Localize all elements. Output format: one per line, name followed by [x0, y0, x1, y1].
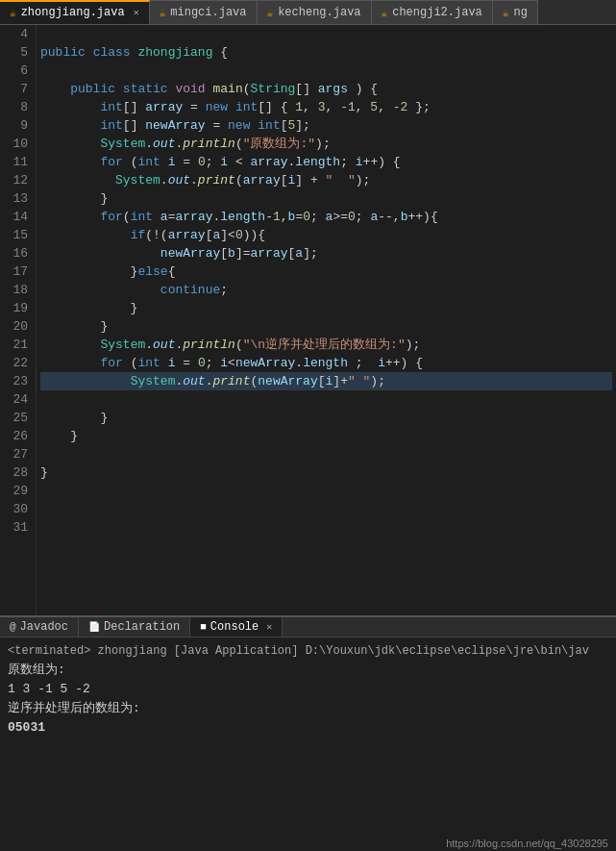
code-line-30 — [40, 500, 612, 518]
code-line-25: } — [40, 409, 612, 427]
code-line-11: for (int i = 0; i < array.length; i++) { — [40, 153, 612, 171]
console-label: Console — [210, 620, 259, 634]
tab-ng[interactable]: ☕ ng — [493, 0, 538, 24]
tab-declaration[interactable]: 📄 Declaration — [79, 617, 190, 637]
javadoc-label: Javadoc — [20, 620, 68, 634]
code-line-28: } — [40, 463, 612, 482]
code-line-23: System.out.print(newArray[i]+" "); — [40, 372, 612, 390]
code-line-18: continue; — [40, 281, 612, 299]
code-line-10: System.out.println("原数组为:"); — [40, 135, 612, 153]
java-file-icon5: ☕ — [503, 7, 509, 19]
bottom-tab-bar: @ Javadoc 📄 Declaration ■ Console ✕ — [0, 617, 616, 638]
console-output: <terminated> zhongjiang [Java Applicatio… — [0, 638, 616, 836]
tab-label: kecheng.java — [278, 6, 360, 19]
code-line-7: public static void main(String[] args ) … — [40, 80, 612, 98]
code-line-15: if(!(array[a]<0)){ — [40, 226, 612, 244]
bottom-panel: @ Javadoc 📄 Declaration ■ Console ✕ <ter… — [0, 615, 616, 851]
tab-label: zhongjiang.java — [21, 6, 125, 19]
declaration-label: Declaration — [104, 620, 180, 634]
java-file-icon3: ☕ — [267, 7, 274, 19]
tab-kecheng[interactable]: ☕ kecheng.java — [258, 0, 372, 24]
console-output-result: 05031 — [8, 718, 608, 738]
code-line-16: newArray[b]=array[a]; — [40, 244, 612, 263]
code-line-29 — [40, 482, 612, 500]
java-file-icon4: ☕ — [382, 7, 388, 19]
code-line-13: } — [40, 189, 612, 208]
code-line-24 — [40, 390, 612, 409]
java-file-icon2: ☕ — [160, 7, 166, 19]
tab-label: ng — [513, 6, 527, 19]
tab-javadoc[interactable]: @ Javadoc — [0, 617, 79, 637]
line-numbers: 4 5 6 7 8 9 10 11 12 13 14 15 16 17 18 1… — [0, 25, 37, 615]
code-line-26: } — [40, 427, 612, 445]
tab-console[interactable]: ■ Console ✕ — [190, 617, 283, 637]
code-line-6 — [40, 62, 612, 80]
tab-mingci[interactable]: ☕ mingci.java — [150, 0, 258, 24]
console-output-line2: 1 3 -1 5 -2 — [8, 680, 608, 699]
code-line-14: for(int a=array.length-1,b=0; a>=0; a--,… — [40, 208, 612, 226]
code-line-8: int[] array = new int[] { 1, 3, -1, 5, -… — [40, 98, 612, 116]
declaration-icon: 📄 — [88, 621, 100, 633]
code-content[interactable]: public class zhongjiang { public static … — [37, 25, 616, 615]
code-line-9: int[] newArray = new int[5]; — [40, 116, 612, 135]
tab-label: mingci.java — [170, 6, 246, 19]
code-line-22: for (int i = 0; i<newArray.length ; i++)… — [40, 354, 612, 372]
console-output-line3: 逆序并处理后的数组为: — [8, 699, 608, 718]
console-terminated-header: <terminated> zhongjiang [Java Applicatio… — [8, 641, 608, 661]
code-line-17: }else{ — [40, 263, 612, 281]
java-file-icon: ☕ — [10, 7, 16, 19]
watermark: https://blog.csdn.net/qq_43028295 — [0, 836, 616, 851]
tab-zhongjiang[interactable]: ☕ zhongjiang.java ✕ — [0, 0, 150, 24]
javadoc-icon: @ — [10, 621, 16, 633]
code-line-20: } — [40, 317, 612, 336]
tab-label: chengji2.java — [392, 6, 482, 19]
code-line-12: System.out.print(array[i] + " "); — [40, 171, 612, 189]
code-line-31 — [40, 518, 612, 537]
tab-close-button[interactable]: ✕ — [134, 7, 139, 18]
code-line-21: System.out.println("\n逆序并处理后的数组为:"); — [40, 336, 612, 354]
console-close-button[interactable]: ✕ — [266, 621, 272, 633]
code-line-4 — [40, 25, 612, 43]
tab-chengji2[interactable]: ☕ chengji2.java — [372, 0, 493, 24]
console-output-line1: 原数组为: — [8, 661, 608, 680]
code-editor: 4 5 6 7 8 9 10 11 12 13 14 15 16 17 18 1… — [0, 25, 616, 615]
code-line-19: } — [40, 299, 612, 317]
code-line-5: public class zhongjiang { — [40, 43, 612, 62]
tab-bar: ☕ zhongjiang.java ✕ ☕ mingci.java ☕ kech… — [0, 0, 616, 25]
console-icon: ■ — [200, 621, 207, 633]
code-line-27 — [40, 445, 612, 463]
